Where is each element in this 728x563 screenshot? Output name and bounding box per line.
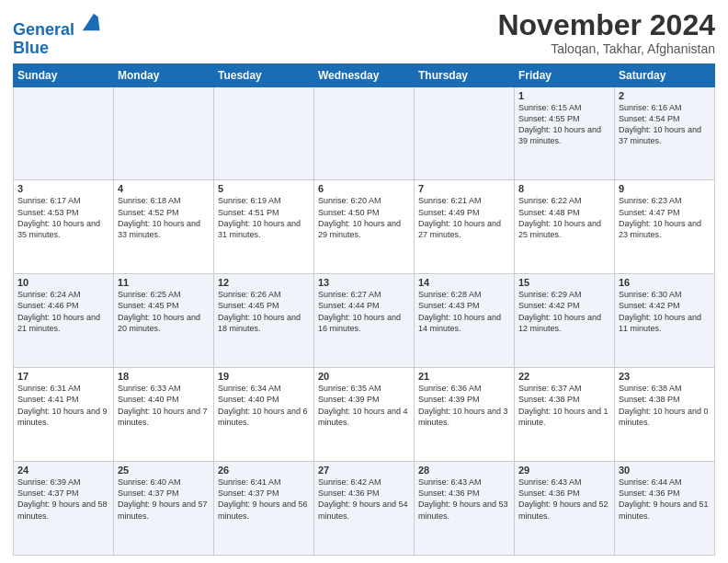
calendar-table: SundayMondayTuesdayWednesdayThursdayFrid… [13,63,715,556]
calendar-cell: 8Sunrise: 6:22 AM Sunset: 4:48 PM Daylig… [515,180,615,274]
calendar-cell: 10Sunrise: 6:24 AM Sunset: 4:46 PM Dayli… [14,274,114,368]
calendar-cell: 4Sunrise: 6:18 AM Sunset: 4:52 PM Daylig… [114,180,214,274]
day-info: Sunrise: 6:22 AM Sunset: 4:48 PM Dayligh… [518,195,610,240]
day-number: 7 [418,183,510,194]
day-info: Sunrise: 6:24 AM Sunset: 4:46 PM Dayligh… [17,289,109,334]
day-info: Sunrise: 6:40 AM Sunset: 4:37 PM Dayligh… [118,477,210,522]
calendar-cell: 21Sunrise: 6:36 AM Sunset: 4:39 PM Dayli… [415,368,515,462]
calendar-cell: 13Sunrise: 6:27 AM Sunset: 4:44 PM Dayli… [314,274,415,368]
day-info: Sunrise: 6:15 AM Sunset: 4:55 PM Dayligh… [518,102,610,147]
day-number: 27 [318,465,410,476]
weekday-header: Friday [515,63,615,86]
calendar-cell: 11Sunrise: 6:25 AM Sunset: 4:45 PM Dayli… [114,274,214,368]
month-title: November 2024 [497,9,715,41]
day-info: Sunrise: 6:43 AM Sunset: 4:36 PM Dayligh… [518,477,610,522]
page: General Blue November 2024 Taloqan, Takh… [0,0,728,563]
calendar-row: 10Sunrise: 6:24 AM Sunset: 4:46 PM Dayli… [14,274,715,368]
day-info: Sunrise: 6:26 AM Sunset: 4:45 PM Dayligh… [218,289,310,334]
calendar-cell: 23Sunrise: 6:38 AM Sunset: 4:38 PM Dayli… [615,368,715,462]
calendar-cell: 26Sunrise: 6:41 AM Sunset: 4:37 PM Dayli… [214,462,314,556]
calendar-cell: 12Sunrise: 6:26 AM Sunset: 4:45 PM Dayli… [214,274,314,368]
weekday-header: Sunday [14,63,114,86]
calendar-cell: 22Sunrise: 6:37 AM Sunset: 4:38 PM Dayli… [515,368,615,462]
day-info: Sunrise: 6:33 AM Sunset: 4:40 PM Dayligh… [118,383,210,428]
day-info: Sunrise: 6:34 AM Sunset: 4:40 PM Dayligh… [218,383,310,428]
day-number: 16 [619,277,711,288]
calendar-row: 24Sunrise: 6:39 AM Sunset: 4:37 PM Dayli… [14,462,715,556]
calendar-cell [14,86,114,180]
logo-blue: Blue [13,40,107,58]
day-number: 19 [218,371,310,382]
day-info: Sunrise: 6:20 AM Sunset: 4:50 PM Dayligh… [318,195,410,240]
calendar-row: 17Sunrise: 6:31 AM Sunset: 4:41 PM Dayli… [14,368,715,462]
day-number: 15 [518,277,610,288]
day-number: 22 [518,371,610,382]
day-number: 5 [218,183,310,194]
calendar-cell: 6Sunrise: 6:20 AM Sunset: 4:50 PM Daylig… [314,180,415,274]
day-info: Sunrise: 6:17 AM Sunset: 4:53 PM Dayligh… [17,195,109,240]
header: General Blue November 2024 Taloqan, Takh… [13,9,715,58]
day-number: 21 [418,371,510,382]
day-number: 26 [218,465,310,476]
calendar-cell: 25Sunrise: 6:40 AM Sunset: 4:37 PM Dayli… [114,462,214,556]
day-info: Sunrise: 6:16 AM Sunset: 4:54 PM Dayligh… [619,102,711,147]
day-number: 13 [318,277,410,288]
calendar-cell: 30Sunrise: 6:44 AM Sunset: 4:36 PM Dayli… [615,462,715,556]
day-info: Sunrise: 6:23 AM Sunset: 4:47 PM Dayligh… [619,195,711,240]
day-number: 2 [619,90,711,101]
calendar-cell [214,86,314,180]
calendar-header-row: SundayMondayTuesdayWednesdayThursdayFrid… [14,63,715,86]
day-info: Sunrise: 6:42 AM Sunset: 4:36 PM Dayligh… [318,477,410,522]
day-number: 29 [518,465,610,476]
calendar-cell: 14Sunrise: 6:28 AM Sunset: 4:43 PM Dayli… [415,274,515,368]
calendar-cell: 1Sunrise: 6:15 AM Sunset: 4:55 PM Daylig… [515,86,615,180]
day-number: 1 [518,90,610,101]
calendar-cell: 27Sunrise: 6:42 AM Sunset: 4:36 PM Dayli… [314,462,415,556]
day-number: 6 [318,183,410,194]
day-info: Sunrise: 6:41 AM Sunset: 4:37 PM Dayligh… [218,477,310,522]
day-info: Sunrise: 6:31 AM Sunset: 4:41 PM Dayligh… [17,383,109,428]
title-block: November 2024 Taloqan, Takhar, Afghanist… [497,9,715,56]
day-number: 8 [518,183,610,194]
calendar-cell: 3Sunrise: 6:17 AM Sunset: 4:53 PM Daylig… [14,180,114,274]
day-number: 11 [118,277,210,288]
calendar-cell: 18Sunrise: 6:33 AM Sunset: 4:40 PM Dayli… [114,368,214,462]
day-number: 20 [318,371,410,382]
day-info: Sunrise: 6:21 AM Sunset: 4:49 PM Dayligh… [418,195,510,240]
calendar-cell: 7Sunrise: 6:21 AM Sunset: 4:49 PM Daylig… [415,180,515,274]
calendar-cell: 19Sunrise: 6:34 AM Sunset: 4:40 PM Dayli… [214,368,314,462]
day-info: Sunrise: 6:38 AM Sunset: 4:38 PM Dayligh… [619,383,711,428]
day-info: Sunrise: 6:25 AM Sunset: 4:45 PM Dayligh… [118,289,210,334]
weekday-header: Tuesday [214,63,314,86]
day-info: Sunrise: 6:27 AM Sunset: 4:44 PM Dayligh… [318,289,410,334]
day-info: Sunrise: 6:35 AM Sunset: 4:39 PM Dayligh… [318,383,410,428]
calendar-cell: 16Sunrise: 6:30 AM Sunset: 4:42 PM Dayli… [615,274,715,368]
calendar-cell: 24Sunrise: 6:39 AM Sunset: 4:37 PM Dayli… [14,462,114,556]
day-number: 10 [17,277,109,288]
day-info: Sunrise: 6:30 AM Sunset: 4:42 PM Dayligh… [619,289,711,334]
day-number: 17 [17,371,109,382]
calendar-row: 1Sunrise: 6:15 AM Sunset: 4:55 PM Daylig… [14,86,715,180]
calendar-cell: 5Sunrise: 6:19 AM Sunset: 4:51 PM Daylig… [214,180,314,274]
weekday-header: Saturday [615,63,715,86]
calendar-cell [415,86,515,180]
day-info: Sunrise: 6:28 AM Sunset: 4:43 PM Dayligh… [418,289,510,334]
day-number: 12 [218,277,310,288]
day-info: Sunrise: 6:37 AM Sunset: 4:38 PM Dayligh… [518,383,610,428]
calendar-cell: 28Sunrise: 6:43 AM Sunset: 4:36 PM Dayli… [415,462,515,556]
svg-marker-0 [83,14,105,31]
location: Taloqan, Takhar, Afghanistan [497,41,715,56]
day-number: 25 [118,465,210,476]
weekday-header: Thursday [415,63,515,86]
calendar-cell: 17Sunrise: 6:31 AM Sunset: 4:41 PM Dayli… [14,368,114,462]
day-number: 23 [619,371,711,382]
day-number: 30 [619,465,711,476]
day-info: Sunrise: 6:36 AM Sunset: 4:39 PM Dayligh… [418,383,510,428]
day-info: Sunrise: 6:44 AM Sunset: 4:36 PM Dayligh… [619,477,711,522]
calendar-row: 3Sunrise: 6:17 AM Sunset: 4:53 PM Daylig… [14,180,715,274]
day-info: Sunrise: 6:19 AM Sunset: 4:51 PM Dayligh… [218,195,310,240]
calendar-cell: 9Sunrise: 6:23 AM Sunset: 4:47 PM Daylig… [615,180,715,274]
day-number: 24 [17,465,109,476]
day-number: 9 [619,183,711,194]
logo: General Blue [13,9,107,58]
